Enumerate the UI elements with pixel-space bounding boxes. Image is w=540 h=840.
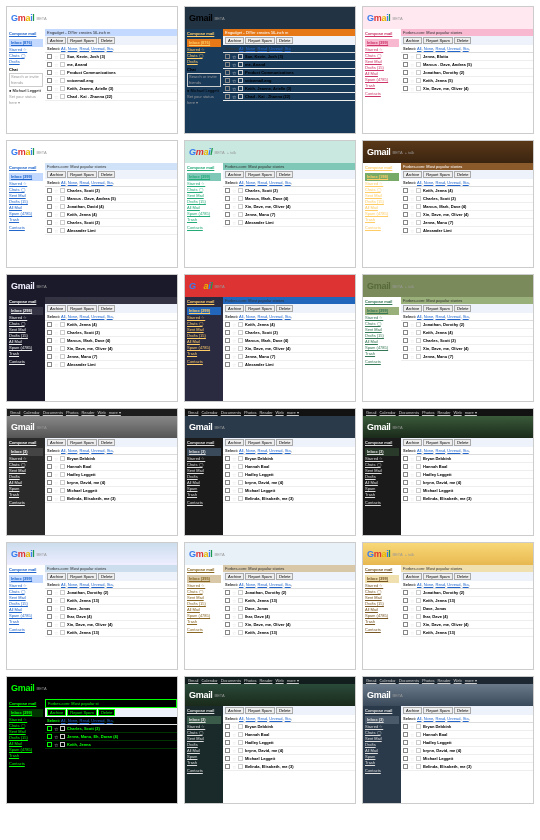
nav-inbox[interactable]: Inbox (399)	[9, 709, 43, 717]
select-unread[interactable]: Unread	[269, 716, 282, 721]
checkbox[interactable]	[403, 590, 408, 595]
star-icon[interactable]: ☆	[232, 330, 236, 336]
checkbox[interactable]	[225, 220, 230, 225]
star-icon[interactable]: ☆	[54, 590, 58, 596]
star-icon[interactable]: ☆	[232, 346, 236, 352]
star-icon[interactable]: ☆	[410, 78, 414, 84]
star-icon[interactable]: ☆	[410, 204, 414, 210]
report-spam-button[interactable]: Report Spam	[245, 439, 275, 446]
select-sta[interactable]: Sta	[285, 46, 291, 51]
contacts-link[interactable]: Contacts	[187, 768, 221, 774]
star-icon[interactable]: ☆	[54, 614, 58, 620]
mail-row[interactable]: ☆Keith, Jenna (4)	[401, 329, 533, 337]
star-icon[interactable]: ☆	[54, 456, 58, 462]
checkbox[interactable]	[225, 456, 230, 461]
nav-inbox[interactable]: Inbox (399)	[365, 575, 399, 583]
mail-row[interactable]: ☆Marcus . Dave, Andrea (5)	[401, 61, 533, 69]
mail-row[interactable]: ☆voicemail.eng	[223, 77, 355, 85]
checkbox[interactable]	[225, 464, 230, 469]
star-icon[interactable]: ☆	[232, 464, 236, 470]
select-unread[interactable]: Unread	[91, 718, 104, 723]
topnav-link[interactable]: Web	[276, 410, 284, 415]
select-sta[interactable]: Sta	[285, 448, 291, 453]
checkbox[interactable]	[403, 464, 408, 469]
mail-row[interactable]: ☆Jonathan, Dorothy (2)	[401, 589, 533, 597]
star-icon[interactable]: ☆	[410, 598, 414, 604]
select-unread[interactable]: Unread	[91, 180, 104, 185]
select-none[interactable]: None	[424, 582, 434, 587]
topnav-link[interactable]: Photos	[66, 410, 78, 415]
checkbox[interactable]	[225, 86, 230, 91]
report-spam-button[interactable]: Report Spam	[423, 171, 453, 178]
compose-link[interactable]: Compose mail	[365, 31, 399, 37]
mail-row[interactable]: ☆Ihar, Dave (4)	[223, 613, 355, 621]
checkbox[interactable]	[47, 726, 52, 731]
mail-row[interactable]: ☆voicemail.eng	[45, 77, 177, 85]
topnav-link[interactable]: more ▾	[287, 678, 299, 683]
select-read[interactable]: Read	[436, 582, 446, 587]
select-sta[interactable]: Sta	[463, 314, 469, 319]
compose-link[interactable]: Compose mail	[187, 31, 221, 37]
mail-row[interactable]: ☆brynn, David, me (4)	[401, 747, 533, 755]
star-icon[interactable]: ☆	[54, 464, 58, 470]
mail-row[interactable]: ☆Hannah Boal	[401, 463, 533, 471]
star-icon[interactable]: ☆	[232, 220, 236, 226]
checkbox[interactable]	[47, 78, 52, 83]
topnav-link[interactable]: Photos	[244, 678, 256, 683]
select-all[interactable]: All	[417, 448, 421, 453]
nav-inbox[interactable]: Inbox (399)	[9, 575, 43, 583]
star-icon[interactable]: ☆	[54, 212, 58, 218]
checkbox[interactable]	[47, 622, 52, 627]
checkbox[interactable]	[47, 488, 52, 493]
star-icon[interactable]: ☆	[232, 54, 236, 60]
topnav-link[interactable]: more ▾	[465, 410, 477, 415]
mail-row[interactable]: ☆me, Anand	[45, 61, 177, 69]
checkbox[interactable]	[47, 742, 52, 747]
mail-row[interactable]: ☆Keith, Jenna (13)	[45, 629, 177, 637]
nav-inbox[interactable]: Inbox (395)	[187, 575, 221, 583]
star-icon[interactable]: ☆	[54, 480, 58, 486]
nav-trash[interactable]: Trash	[187, 351, 221, 357]
select-read[interactable]: Read	[436, 716, 446, 721]
delete-button[interactable]: Delete	[454, 305, 472, 312]
archive-button[interactable]: Archive	[47, 573, 66, 580]
mail-row[interactable]: ☆Dave, Jonas	[45, 605, 177, 613]
select-read[interactable]: Read	[258, 180, 268, 185]
archive-button[interactable]: Archive	[403, 573, 422, 580]
mail-row[interactable]: ☆brynn, David, me (4)	[401, 479, 533, 487]
report-spam-button[interactable]: Report Spam	[245, 37, 275, 44]
select-sta[interactable]: Sta	[285, 314, 291, 319]
select-sta[interactable]: Sta	[107, 46, 113, 51]
star-icon[interactable]: ☆	[410, 220, 414, 226]
checkbox[interactable]	[403, 724, 408, 729]
star-icon[interactable]: ☆	[232, 622, 236, 628]
compose-link[interactable]: Compose mail	[187, 567, 221, 573]
select-none[interactable]: None	[68, 46, 78, 51]
star-icon[interactable]: ☆	[232, 456, 236, 462]
star-icon[interactable]: ☆	[54, 496, 58, 502]
checkbox[interactable]	[403, 456, 408, 461]
topnav-link[interactable]: Calendar	[379, 678, 395, 683]
mail-row[interactable]: ☆Hannah Boal	[401, 731, 533, 739]
topnav-link[interactable]: Reader	[259, 678, 272, 683]
checkbox[interactable]	[47, 330, 52, 335]
archive-button[interactable]: Archive	[225, 305, 244, 312]
checkbox[interactable]	[47, 456, 52, 461]
contacts-link[interactable]: Contacts	[187, 500, 221, 506]
compose-link[interactable]: Compose mail	[365, 567, 399, 573]
nav-trash[interactable]: Trash	[365, 351, 399, 357]
star-icon[interactable]: ☆	[410, 756, 414, 762]
select-all[interactable]: All	[239, 180, 243, 185]
star-icon[interactable]: ☆	[232, 354, 236, 360]
topnav-link[interactable]: Calendar	[201, 678, 217, 683]
chat-search[interactable]: Search or invite friends	[187, 73, 221, 87]
star-icon[interactable]: ☆	[232, 756, 236, 762]
checkbox[interactable]	[47, 322, 52, 327]
star-icon[interactable]: ☆	[232, 748, 236, 754]
mail-row[interactable]: ☆Keith, Jenna (5)	[401, 77, 533, 85]
compose-link[interactable]: Compose mail	[365, 708, 399, 714]
star-icon[interactable]: ☆	[410, 346, 414, 352]
archive-button[interactable]: Archive	[403, 37, 422, 44]
select-unread[interactable]: Unread	[269, 180, 282, 185]
mail-row[interactable]: ☆Michael Leggett	[223, 487, 355, 495]
